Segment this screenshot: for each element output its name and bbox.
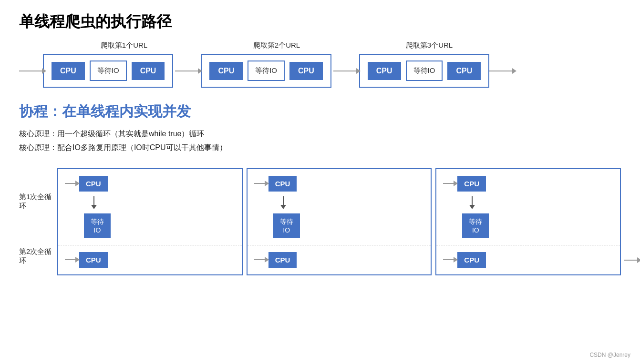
- section2-title: 协程：在单线程内实现并发: [19, 102, 621, 121]
- row-label-2: 第2次全循环: [19, 235, 57, 278]
- cpu-box-3-2: CPU: [447, 62, 481, 80]
- col2-down-arr: [283, 192, 284, 213]
- coroutine-diagram: 第1次全循环 第2次全循环 CPU: [19, 168, 621, 278]
- url-group-3: CPU 等待IO CPU: [359, 54, 489, 88]
- io-box-3: 等待IO: [406, 61, 443, 81]
- col3-bottom-entry-arr: [443, 259, 454, 260]
- arrow-1-2: [175, 71, 199, 71]
- col2-io-box: 等待IO: [273, 213, 300, 238]
- right-exit-arrow: [489, 71, 513, 71]
- row-label-1: 第1次全循环: [19, 168, 57, 235]
- col2-io: 等待IO: [273, 213, 300, 238]
- url-label-3: 爬取第3个URL: [362, 41, 496, 50]
- url-label-2: 爬取第2个URL: [210, 41, 343, 50]
- url-labels-row: 爬取第1个URL 爬取第2个URL 爬取第3个URL: [57, 41, 621, 50]
- url-label-1: 爬取第1个URL: [57, 41, 191, 50]
- col3-top-cpu: CPU: [457, 176, 486, 192]
- col-box-2: CPU 等待IO CPU: [247, 168, 432, 275]
- three-columns: CPU 等待IO: [57, 168, 621, 275]
- col3-bottom-cpu-row: CPU: [443, 252, 486, 268]
- col1-top: CPU 等待IO: [58, 169, 242, 245]
- col2-bottom-cpu: CPU: [268, 252, 297, 268]
- col1-cpu-row: CPU: [65, 176, 108, 192]
- col2-top-cpu: CPU: [268, 176, 297, 192]
- watermark: CSDN @Jenrey: [589, 352, 630, 358]
- col1-top-cpu: CPU: [79, 176, 108, 192]
- col1-bottom-entry-arr: [65, 259, 76, 260]
- cpu-box-1-2: CPU: [132, 62, 165, 80]
- col3-down-arr: [472, 192, 473, 213]
- col1-down-arr: [93, 192, 94, 213]
- col1-entry-arr: [65, 183, 76, 184]
- col2-top: CPU 等待IO: [248, 169, 431, 245]
- col-box-3: CPU 等待IO CPU: [435, 168, 621, 275]
- col1-io-box: 等待IO: [84, 213, 111, 238]
- col1-io: 等待IO: [84, 213, 111, 238]
- col1-bottom: CPU: [58, 245, 242, 274]
- url-group-1: CPU 等待IO CPU: [43, 54, 173, 88]
- url-group-2: CPU 等待IO CPU: [201, 54, 331, 88]
- col3-top: CPU 等待IO: [436, 169, 620, 245]
- col3-entry-arr: [443, 183, 454, 184]
- principle-2: 核心原理：配合IO多路复用原理（IO时CPU可以干其他事情）: [19, 141, 621, 155]
- left-entry-arrow: [19, 71, 43, 71]
- col1-bottom-cpu-row: CPU: [65, 252, 108, 268]
- row-labels-col: 第1次全循环 第2次全循环: [19, 168, 57, 278]
- col3-cpu-row: CPU: [443, 176, 486, 192]
- diagram-main: CPU 等待IO: [57, 168, 621, 278]
- col2-entry-arr: [254, 183, 266, 184]
- col3-io-box: 等待IO: [462, 213, 489, 238]
- col2-bottom-cpu-row: CPU: [254, 252, 297, 268]
- cpu-box-1-1: CPU: [52, 62, 85, 80]
- arrow-2-3: [333, 71, 357, 71]
- principle-1: 核心原理：用一个超级循环（其实就是while true）循环: [19, 127, 621, 141]
- col1-bottom-cpu: CPU: [79, 252, 108, 268]
- section1-title: 单线程爬虫的执行路径: [19, 11, 621, 32]
- cpu-box-3-1: CPU: [368, 62, 401, 80]
- col2-bottom-entry-arr: [254, 259, 266, 260]
- cpu-box-2-1: CPU: [209, 62, 243, 80]
- right-exit-arr-2: [624, 260, 638, 261]
- io-box-2: 等待IO: [248, 61, 285, 81]
- principles-text: 核心原理：用一个超级循环（其实就是while true）循环 核心原理：配合IO…: [19, 127, 621, 155]
- flow-diagram: CPU 等待IO CPU CPU 等待IO CPU CPU 等待IO CPU: [19, 54, 621, 88]
- io-box-1: 等待IO: [90, 61, 127, 81]
- col3-bottom: CPU: [436, 245, 620, 274]
- col2-cpu-row: CPU: [254, 176, 297, 192]
- col3-bottom-cpu: CPU: [457, 252, 486, 268]
- col-box-1: CPU 等待IO: [57, 168, 243, 275]
- col2-bottom: CPU: [248, 245, 431, 274]
- col3-io: 等待IO: [462, 213, 489, 238]
- cpu-box-2-2: CPU: [289, 62, 323, 80]
